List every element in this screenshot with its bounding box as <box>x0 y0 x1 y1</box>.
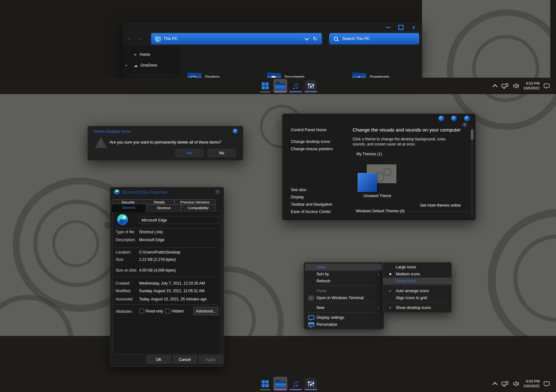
minimize-button[interactable] <box>384 25 392 30</box>
wallpaper-ring <box>52 220 99 267</box>
field-size-on-disk: Size on disk: 4.00 KB (4,096 bytes) <box>116 268 219 273</box>
back-button[interactable]: ← <box>125 34 134 42</box>
submenu-item-align-grid[interactable]: Align icons to grid <box>384 294 450 301</box>
notification-icon[interactable] <box>544 83 550 89</box>
menu-item-paste[interactable]: Paste <box>305 287 382 294</box>
network-icon[interactable] <box>502 83 509 89</box>
desktop-context-menu: View › Sort by › Refresh Paste >_ Open i… <box>304 262 384 330</box>
field-label: Modified: <box>116 289 139 294</box>
scrollbar-thumb[interactable] <box>471 130 474 140</box>
edge-logo-icon <box>117 214 128 225</box>
theme-thumbnail-color[interactable] <box>358 173 377 192</box>
my-themes-header: My Themes (1) <box>356 152 382 156</box>
edge-properties-dialog: Microsoft Edge Properties Security Detai… <box>110 187 224 367</box>
submenu-item-show-desktop-icons[interactable]: ✓ Show desktop icons <box>384 304 450 311</box>
network-icon[interactable] <box>502 381 509 387</box>
read-only-label: Read-only <box>146 309 163 313</box>
section-divider <box>115 247 219 248</box>
speaker-icon[interactable] <box>513 83 519 88</box>
taskbar-mixer-app[interactable] <box>304 79 318 93</box>
window-orb-maximize-icon[interactable] <box>451 116 457 121</box>
taskbar-app-icons: ♫ <box>258 79 318 93</box>
tab-general[interactable]: General <box>111 204 146 212</box>
link-control-panel-home[interactable]: Control Panel Home <box>291 128 327 132</box>
start-button[interactable] <box>258 377 272 391</box>
link-get-more-themes[interactable]: Get more themes online <box>420 203 461 208</box>
field-value: Wednesday, July 7, 2021, 12:10:25 AM <box>139 281 205 286</box>
submenu-item-auto-arrange[interactable]: ✓ Auto arrange icons <box>384 287 450 294</box>
field-value: Microsoft Edge <box>139 238 164 243</box>
explorer-body: ★ Home ☁ OneDrive Desktop <box>123 46 422 78</box>
menu-separator <box>386 303 448 303</box>
taskbar-mixer-app[interactable] <box>304 377 318 391</box>
chevron-down-icon[interactable] <box>304 36 309 41</box>
link-change-mouse-pointers[interactable]: Change mouse pointers <box>291 147 333 151</box>
menu-item-display-settings[interactable]: Display settings <box>305 314 382 321</box>
taskbar-file-explorer[interactable] <box>273 377 287 391</box>
field-size: Size: 2.22 KB (2,278 bytes) <box>116 257 219 262</box>
menu-item-label: Small icons <box>396 279 416 283</box>
start-button[interactable] <box>258 79 272 93</box>
forward-button[interactable]: → <box>136 34 144 42</box>
scrollbar[interactable] <box>471 128 474 218</box>
tab-compatibility[interactable]: Compatibility <box>181 204 215 212</box>
speaker-icon[interactable] <box>513 381 519 386</box>
menu-item-sort-by[interactable]: Sort by › <box>305 271 382 278</box>
field-label: Size on disk: <box>116 268 139 273</box>
submenu-chevron-icon: › <box>378 265 379 269</box>
menu-item-personalize[interactable]: Personalize <box>305 321 382 328</box>
menu-item-new[interactable]: New › <box>305 304 382 311</box>
app-underline <box>289 91 302 92</box>
link-display[interactable]: Display <box>291 195 304 199</box>
link-taskbar-navigation[interactable]: Taskbar and Navigation <box>291 202 332 207</box>
refresh-icon[interactable]: ↻ <box>313 36 317 42</box>
backdrop-top-right <box>550 0 556 78</box>
cloud-icon: ☁ <box>134 63 138 68</box>
default-themes-divider <box>408 211 469 212</box>
address-bar[interactable]: This PC · ↻ <box>151 33 322 44</box>
dialog-close-orb-icon[interactable] <box>233 129 238 134</box>
no-button[interactable]: No <box>208 149 236 157</box>
ok-button[interactable]: OK <box>147 356 171 363</box>
taskbar-file-explorer[interactable] <box>273 79 287 93</box>
field-value: Today, August 15, 2021, 35 minutes ago <box>139 297 207 302</box>
dialog-close-orb-icon[interactable] <box>215 190 220 194</box>
sidebar-item-onedrive[interactable]: ☁ OneDrive <box>123 61 180 69</box>
taskbar-clock[interactable]: 6:03 PM 10/6/2022 <box>523 81 540 91</box>
tray-chevron-up-icon[interactable] <box>492 84 497 89</box>
menu-item-view[interactable]: View › <box>305 264 382 271</box>
maximize-button[interactable] <box>397 25 405 30</box>
app-underline <box>304 91 317 92</box>
link-change-desktop-icons[interactable]: Change desktop icons <box>291 139 330 144</box>
yes-button[interactable]: Yes <box>176 149 203 157</box>
section-divider <box>115 228 219 228</box>
advanced-button[interactable]: Advanced... <box>193 307 219 315</box>
notification-icon[interactable] <box>544 381 550 387</box>
sidebar-item-home[interactable]: ★ Home <box>123 51 180 58</box>
submenu-item-large-icons[interactable]: Large icons <box>384 264 450 271</box>
close-button[interactable]: X <box>410 25 418 30</box>
menu-item-refresh[interactable]: Refresh <box>305 278 382 285</box>
window-orb-close-icon[interactable] <box>464 116 470 121</box>
taskbar-music-app[interactable]: ♫ <box>289 79 303 93</box>
submenu-item-medium-icons[interactable]: Medium icons <box>384 271 450 278</box>
hidden-checkbox[interactable] <box>165 309 170 313</box>
link-ease-of-access[interactable]: Ease of Access Center <box>291 209 331 214</box>
tab-shortcut[interactable]: Shortcut <box>146 204 182 212</box>
taskbar-music-app[interactable]: ♫ <box>289 377 303 391</box>
taskbar-clock[interactable]: 6:03 PM 10/6/2022 <box>523 379 540 389</box>
window-orb-minimize-icon[interactable] <box>438 116 444 121</box>
cancel-button[interactable]: Cancel <box>173 356 197 363</box>
read-only-checkbox[interactable] <box>139 309 144 313</box>
help-button[interactable]: ? <box>462 122 467 127</box>
search-box[interactable]: Search This PC <box>329 33 419 44</box>
file-name-field[interactable]: Microsoft Edge <box>139 216 219 224</box>
mixer-sliders-icon <box>305 378 316 389</box>
submenu-item-small-icons[interactable]: Small icons <box>383 278 451 285</box>
sidebar-item-label: Home <box>140 52 150 57</box>
apply-button[interactable]: Apply <box>199 356 223 363</box>
menu-item-open-terminal[interactable]: >_ Open in Windows Terminal <box>305 294 382 301</box>
menu-item-label: Paste <box>316 289 327 293</box>
address-separator-dot: · <box>298 36 299 41</box>
tray-chevron-up-icon[interactable] <box>492 382 497 387</box>
